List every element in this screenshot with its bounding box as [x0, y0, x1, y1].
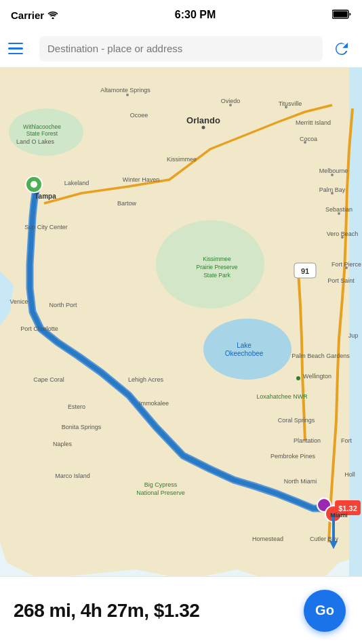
wifi-icon — [47, 11, 58, 19]
svg-point-14 — [31, 181, 37, 188]
svg-text:Withlacoochee: Withlacoochee — [23, 123, 61, 130]
svg-text:Cape Coral: Cape Coral — [33, 376, 64, 383]
svg-text:State Forest: State Forest — [26, 130, 58, 137]
svg-point-79 — [331, 192, 334, 195]
map-svg: 91 $1.32 Orlando Altamonte Springs Ovied… — [0, 68, 362, 576]
svg-text:Oviedo: Oviedo — [221, 98, 241, 104]
svg-text:Estero: Estero — [68, 403, 85, 410]
svg-text:Altamonte Springs: Altamonte Springs — [100, 87, 150, 94]
svg-point-74 — [126, 94, 129, 96]
svg-text:91: 91 — [301, 267, 309, 275]
svg-text:Fort: Fort — [341, 437, 353, 444]
svg-point-75 — [229, 104, 232, 106]
hamburger-line — [8, 43, 23, 45]
svg-text:Port Charlotte: Port Charlotte — [20, 325, 58, 332]
svg-text:Merritt Island: Merritt Island — [296, 119, 331, 126]
svg-text:Prairie Preserve: Prairie Preserve — [197, 264, 238, 270]
svg-text:Jup: Jup — [348, 332, 359, 339]
svg-text:Pembroke Pines: Pembroke Pines — [270, 453, 316, 460]
svg-text:Okeechobee: Okeechobee — [225, 350, 264, 357]
svg-text:Sebastian: Sebastian — [325, 206, 353, 213]
trip-info: 268 mi, 4h 27m, $1.32 — [14, 600, 199, 622]
svg-text:State Park: State Park — [203, 272, 230, 279]
svg-text:North Port: North Port — [49, 302, 77, 308]
svg-point-8 — [203, 319, 291, 380]
refresh-button[interactable] — [329, 37, 354, 61]
svg-point-77 — [304, 141, 306, 144]
bottom-bar: 268 mi, 4h 27m, $1.32 Go — [0, 576, 362, 644]
hamburger-line — [8, 47, 23, 49]
svg-text:Bartow: Bartow — [117, 200, 137, 207]
battery-icon — [332, 9, 351, 21]
search-input[interactable] — [47, 43, 315, 54]
svg-point-76 — [285, 106, 287, 108]
svg-text:Land O Lakes: Land O Lakes — [16, 138, 55, 145]
svg-text:Lehigh Acres: Lehigh Acres — [128, 376, 164, 383]
svg-text:Homestead: Homestead — [252, 536, 283, 542]
svg-point-0 — [52, 18, 54, 20]
svg-text:Titusville: Titusville — [279, 100, 302, 107]
svg-text:Winter Haven: Winter Haven — [123, 176, 160, 183]
svg-point-83 — [296, 376, 300, 380]
svg-text:Melbourne: Melbourne — [319, 167, 348, 174]
svg-text:Palm Beach Gardens: Palm Beach Gardens — [291, 353, 350, 359]
svg-text:North Miami: North Miami — [284, 478, 317, 485]
svg-text:Coral Springs: Coral Springs — [278, 417, 315, 424]
svg-text:Loxahatchee NWR: Loxahatchee NWR — [256, 393, 308, 400]
carrier-text: Carrier — [11, 9, 44, 21]
svg-text:Tampa: Tampa — [35, 193, 56, 200]
svg-point-73 — [202, 126, 205, 129]
svg-text:Lakeland: Lakeland — [64, 180, 89, 186]
svg-text:Marco Island: Marco Island — [55, 472, 90, 479]
svg-text:National Preserve: National Preserve — [136, 489, 185, 496]
svg-text:Immokalee: Immokalee — [139, 400, 169, 407]
svg-text:Bonita Springs: Bonita Springs — [62, 424, 102, 430]
svg-text:Orlando: Orlando — [186, 115, 220, 125]
svg-text:Sun City Center: Sun City Center — [24, 224, 68, 230]
svg-text:Port Saint: Port Saint — [327, 277, 355, 284]
svg-text:Naples: Naples — [53, 441, 73, 447]
svg-text:Lake: Lake — [237, 342, 252, 349]
map-container[interactable]: 91 $1.32 Orlando Altamonte Springs Ovied… — [0, 68, 362, 576]
svg-text:Miami: Miami — [330, 512, 348, 519]
svg-text:Venice: Venice — [9, 298, 28, 305]
svg-text:Kissimmee: Kissimmee — [203, 256, 231, 262]
svg-text:Cutler Bay: Cutler Bay — [310, 536, 339, 542]
svg-rect-2 — [333, 11, 347, 17]
time-display: 6:30 PM — [175, 9, 216, 21]
search-wrapper[interactable] — [39, 36, 323, 62]
svg-text:Big Cypress: Big Cypress — [144, 481, 178, 488]
svg-point-80 — [338, 212, 340, 215]
svg-point-81 — [341, 236, 344, 239]
go-button[interactable]: Go — [304, 590, 346, 632]
svg-text:Kissimmee: Kissimmee — [167, 156, 197, 163]
hamburger-line — [8, 53, 23, 55]
carrier-info: Carrier — [11, 9, 58, 21]
svg-rect-9 — [349, 68, 362, 576]
svg-text:Cocoa: Cocoa — [300, 136, 317, 142]
menu-button[interactable] — [8, 37, 33, 61]
svg-text:Holl: Holl — [344, 471, 355, 478]
top-bar — [0, 30, 362, 68]
svg-text:Wellington: Wellington — [303, 373, 331, 380]
svg-point-82 — [345, 266, 348, 269]
svg-text:Ocoee: Ocoee — [130, 112, 148, 119]
status-bar: Carrier 6:30 PM — [0, 0, 362, 30]
svg-text:Plantation: Plantation — [294, 437, 321, 444]
svg-point-78 — [331, 174, 334, 176]
